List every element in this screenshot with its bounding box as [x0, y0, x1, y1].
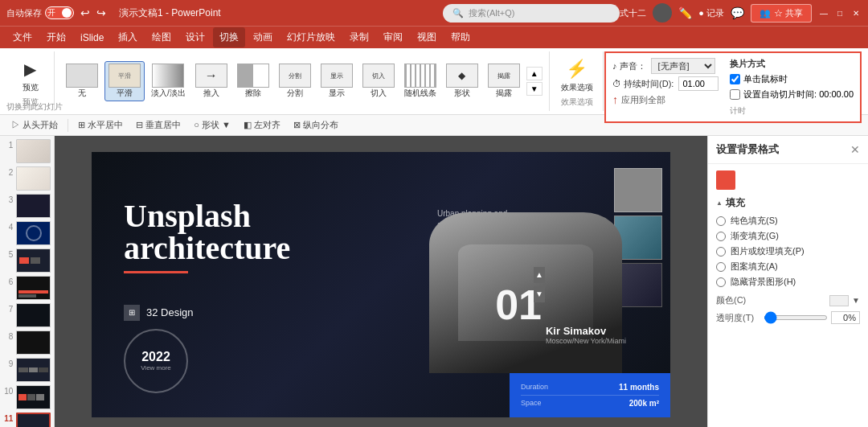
- color-picker[interactable]: ▼: [829, 295, 860, 306]
- pen-icon[interactable]: ✏️: [678, 6, 692, 19]
- slide-img-9[interactable]: [16, 358, 51, 382]
- ribbon-down-arrow[interactable]: ▼: [526, 82, 542, 96]
- timer-label: 计时: [730, 105, 854, 117]
- menu-insert[interactable]: 插入: [112, 27, 144, 47]
- slide-thumb-2[interactable]: 2: [3, 166, 51, 191]
- transition-random[interactable]: 随机线条: [401, 62, 440, 101]
- slide-thumb-3[interactable]: 3: [3, 194, 51, 218]
- fill-radio-hide[interactable]: [716, 277, 726, 287]
- slide-img-11[interactable]: [16, 413, 51, 427]
- record-label[interactable]: ● 记录: [698, 7, 724, 19]
- opacity-slider[interactable]: [764, 315, 828, 320]
- designer-name: 32 Design: [146, 306, 194, 318]
- undo-icon[interactable]: ↩: [80, 6, 90, 19]
- slide-img-3[interactable]: [16, 194, 51, 218]
- transition-split[interactable]: 分割 分割: [276, 62, 314, 101]
- fill-radio-gradient[interactable]: [716, 232, 726, 241]
- transition-wipe[interactable]: 擦除: [234, 62, 272, 101]
- qt-shape[interactable]: ○ 形状 ▼: [189, 117, 235, 133]
- fill-option-gradient[interactable]: 渐变填充(G): [716, 230, 860, 242]
- menu-view[interactable]: 视图: [411, 27, 443, 47]
- slide-thumb-4[interactable]: 4: [3, 221, 51, 245]
- color-arrow[interactable]: ▼: [852, 296, 860, 305]
- fill-radio-solid[interactable]: [716, 216, 726, 226]
- comment-icon[interactable]: 💬: [731, 6, 744, 19]
- menu-review[interactable]: 审阅: [377, 27, 409, 47]
- duration-label: ⏱ 持续时间(D):: [612, 78, 674, 90]
- sound-row: ♪ 声音： [无声音]: [612, 58, 722, 74]
- autosave-toggle[interactable]: 开: [45, 6, 74, 19]
- menu-design[interactable]: 设计: [179, 27, 211, 47]
- sound-select[interactable]: [无声音]: [651, 58, 715, 74]
- slide-img-4[interactable]: [16, 221, 51, 245]
- transition-cutin[interactable]: 切入 切入: [359, 62, 398, 101]
- slide-img-10[interactable]: [16, 385, 51, 409]
- menu-slideshow[interactable]: 幻灯片放映: [280, 27, 342, 47]
- duration-row: ⏱ 持续时间(D):: [612, 76, 722, 91]
- search-box[interactable]: 🔍 搜索(Alt+Q): [443, 4, 620, 23]
- qt-distribute[interactable]: ⊠ 纵向分布: [289, 117, 343, 133]
- menu-record[interactable]: 录制: [343, 27, 375, 47]
- transition-uncover[interactable]: 揭露 揭露: [485, 62, 523, 101]
- slide-img-7[interactable]: [16, 303, 51, 327]
- duration-input[interactable]: [678, 76, 719, 91]
- slide-thumb-8[interactable]: 8: [3, 331, 51, 355]
- ribbon-up-arrow[interactable]: ▲: [526, 67, 542, 80]
- transition-flat[interactable]: 平滑 平滑: [104, 61, 145, 101]
- switch-mode-title: 换片方式: [730, 58, 854, 70]
- slide-thumb-7[interactable]: 7: [3, 303, 51, 327]
- slide-img-8[interactable]: [16, 331, 51, 355]
- slide-panel: 1 2 3 4 5 6: [0, 136, 55, 427]
- slide-img-1[interactable]: [16, 139, 51, 163]
- qt-halign[interactable]: ⊞ 水平居中: [73, 117, 128, 133]
- slide-thumb-1[interactable]: 1: [3, 139, 51, 163]
- transition-shape[interactable]: ◆ 形状: [443, 62, 481, 101]
- random-icon: [404, 64, 436, 88]
- slide-img-6[interactable]: [16, 276, 51, 300]
- avatar[interactable]: [653, 3, 672, 23]
- slide-thumb-9[interactable]: 9: [3, 358, 51, 382]
- qt-start[interactable]: ▷ 从头开始: [6, 117, 63, 133]
- transition-push[interactable]: → 推入: [192, 62, 231, 101]
- transition-none[interactable]: 无: [63, 62, 101, 101]
- slide-thumb-11[interactable]: 11: [3, 413, 51, 427]
- search-placeholder: 搜索(Alt+Q): [469, 7, 514, 19]
- minimize-button[interactable]: —: [818, 7, 829, 18]
- slide-img-2[interactable]: [16, 166, 51, 191]
- slide-img-5[interactable]: [16, 248, 51, 273]
- right-panel-close-button[interactable]: ✕: [850, 143, 860, 156]
- menu-animation[interactable]: 动画: [247, 27, 279, 47]
- qt-valign[interactable]: ⊟ 垂直居中: [131, 117, 186, 133]
- preview-button[interactable]: ▶ 预览: [14, 55, 47, 95]
- menu-islide[interactable]: iSlide: [74, 29, 110, 47]
- menu-transition[interactable]: 切换: [213, 27, 245, 47]
- apply-row[interactable]: ↑ 应用到全部: [612, 93, 722, 106]
- transition-fadein[interactable]: 淡入/淡出: [148, 62, 189, 101]
- slide-thumb-5[interactable]: 5: [3, 248, 51, 273]
- fill-option-picture[interactable]: 图片或纹理填充(P): [716, 245, 860, 257]
- fill-label-solid: 纯色填充(S): [731, 215, 778, 227]
- fill-option-hide[interactable]: 隐藏背景图形(H): [716, 276, 860, 288]
- redo-icon[interactable]: ↪: [96, 6, 106, 19]
- right-scroll-down[interactable]: ▼: [534, 286, 545, 302]
- menu-file[interactable]: 文件: [6, 27, 39, 47]
- slide-thumb-10[interactable]: 10: [3, 385, 51, 409]
- checkbox1[interactable]: [730, 74, 740, 84]
- menu-draw[interactable]: 绘图: [145, 27, 178, 47]
- effect-options-button[interactable]: ⚡ 效果选项: [558, 55, 596, 95]
- fill-radio-pattern[interactable]: [716, 262, 726, 272]
- checkbox2[interactable]: [730, 89, 740, 100]
- fill-radio-picture[interactable]: [716, 247, 726, 257]
- right-scroll-up[interactable]: ▲: [534, 267, 545, 283]
- transition-show[interactable]: 显示 显示: [317, 62, 356, 101]
- fill-option-solid[interactable]: 纯色填充(S): [716, 215, 860, 227]
- maximize-button[interactable]: □: [834, 7, 845, 18]
- transition-panel-left: ♪ 声音： [无声音] ⏱ 持续时间(D): ↑ 应用到全部: [612, 58, 722, 117]
- close-button[interactable]: ✕: [850, 7, 862, 18]
- share-button[interactable]: 👥 ☆ 共享: [751, 4, 812, 23]
- qt-left[interactable]: ◧ 左对齐: [239, 117, 285, 133]
- slide-thumb-6[interactable]: 6: [3, 276, 51, 300]
- menu-help[interactable]: 帮助: [444, 27, 477, 47]
- menu-start[interactable]: 开始: [40, 27, 72, 47]
- fill-option-pattern[interactable]: 图案填充(A): [716, 261, 860, 273]
